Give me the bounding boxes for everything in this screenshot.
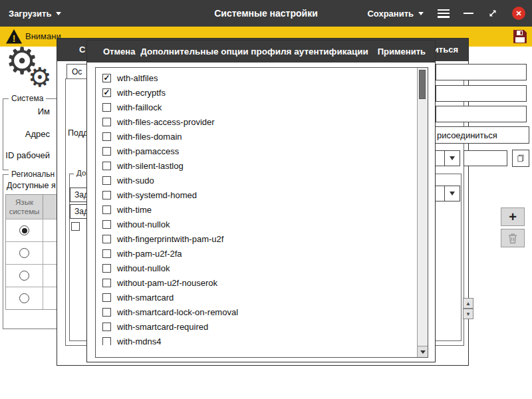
checkbox-icon[interactable] (102, 103, 111, 112)
option-row[interactable]: without-nullok (102, 217, 416, 231)
option-label: with-smartcard-required (117, 322, 208, 332)
option-row[interactable]: ✓with-ecryptfs (102, 85, 416, 100)
available-languages-label: Доступные я (7, 181, 56, 190)
checkbox-icon[interactable] (102, 308, 111, 317)
option-row[interactable]: with-sudo (102, 173, 416, 188)
copy-button[interactable] (512, 150, 529, 167)
option-label: with-fingerprintwith-pam-u2f (117, 234, 223, 244)
checkbox-icon[interactable] (102, 118, 111, 126)
option-row[interactable]: with-silent-lastlog (102, 158, 416, 173)
checkbox-icon[interactable] (102, 162, 111, 170)
option-row[interactable]: with-pam-u2f-2fa (102, 246, 416, 261)
option-row[interactable]: with-mdns4 (102, 334, 416, 345)
close-icon[interactable]: ✕ (512, 7, 525, 20)
checkbox-icon[interactable] (102, 249, 111, 258)
checkbox-icon[interactable] (102, 220, 111, 229)
dialog-checkbox[interactable] (71, 222, 80, 231)
option-label: with-ecryptfs (117, 88, 166, 98)
checkbox-icon[interactable] (102, 147, 111, 156)
checkbox-icon[interactable] (102, 293, 111, 302)
option-row[interactable]: ✓wth-altfiles (102, 70, 416, 85)
checkbox-icon[interactable] (102, 191, 111, 200)
minimize-icon[interactable] (464, 13, 473, 15)
checkbox-icon[interactable] (102, 323, 111, 331)
option-row[interactable]: with-fingerprintwith-pam-u2f (102, 231, 416, 246)
plus-icon: + (509, 209, 517, 225)
checkbox-icon[interactable] (102, 337, 111, 346)
computer-name-label: Им (3, 106, 50, 116)
maximize-icon[interactable] (487, 8, 498, 19)
menu-icon[interactable] (438, 9, 450, 18)
scroll-up-icon[interactable]: ▲ (463, 298, 473, 309)
checkbox-checked-icon[interactable]: ✓ (102, 88, 111, 97)
option-row[interactable]: with-files-domain (102, 129, 416, 144)
radio-icon[interactable] (19, 271, 29, 281)
checkbox-icon[interactable] (102, 132, 111, 141)
floppy-icon[interactable] (512, 29, 528, 45)
topbar: Загрузить Системные настройки Сохранить … (0, 0, 532, 27)
option-row[interactable]: without-nullok (102, 261, 416, 275)
language-radio-cell (6, 287, 43, 309)
option-label: wth-altfiles (117, 73, 158, 83)
option-row[interactable]: with-smartcard-required (102, 319, 416, 334)
checkbox-icon[interactable] (102, 176, 111, 185)
checkbox-icon[interactable] (102, 205, 111, 214)
option-row[interactable]: with-time (102, 202, 416, 217)
checkbox-icon[interactable] (102, 279, 111, 287)
option-label: with-files-access-provider (117, 117, 215, 127)
join-button[interactable]: рисоединиться (431, 126, 529, 144)
topbar-actions: Сохранить ✕ (367, 0, 525, 27)
radio-icon[interactable] (19, 248, 29, 258)
option-row[interactable]: without-pam-u2f-nouserok (102, 275, 416, 290)
join-button-label: рисоединиться (437, 130, 497, 140)
option-label: with-silent-lastlog (117, 161, 184, 171)
option-row[interactable]: with-smartcard-lock-on-removal (102, 305, 416, 319)
trash-icon (507, 232, 518, 244)
checkbox-icon[interactable] (102, 264, 111, 273)
option-label: without-nullok (117, 219, 170, 229)
radio-icon[interactable] (19, 293, 29, 303)
modal-option-list: ✓wth-altfiles✓with-ecryptfswith-faillock… (96, 70, 416, 345)
delete-button[interactable] (501, 229, 525, 247)
warning-text: Внимани (25, 27, 61, 47)
option-row[interactable]: with-smartcard (102, 290, 416, 305)
checkbox-checked-icon[interactable]: ✓ (102, 74, 111, 82)
connection-dialog-header-left[interactable]: С (79, 39, 85, 61)
language-radio-cell (6, 242, 43, 264)
scroll-down-icon[interactable]: ▼ (463, 309, 473, 319)
option-label: with-smartcard-lock-on-removal (117, 307, 238, 317)
scrollbar[interactable] (417, 68, 428, 357)
option-label: without-pam-u2f-nouserok (117, 278, 217, 288)
option-label: with-pam-u2f-2fa (117, 249, 182, 259)
option-label: with-faillock (117, 102, 162, 112)
option-label: with-pamaccess (117, 146, 179, 156)
chevron-down-icon (418, 12, 424, 15)
auth-options-modal: Отмена Дополнительные опции профиля ауте… (86, 40, 436, 362)
option-row[interactable]: with-systemd-homed (102, 188, 416, 202)
support-label: Подд (68, 128, 88, 138)
gear-small-icon: ⚙ (28, 64, 52, 90)
system-group-legend: Система (9, 94, 46, 103)
radio-selected-icon[interactable] (19, 225, 29, 235)
option-row[interactable]: with-faillock (102, 100, 416, 114)
workgroup-id-input[interactable] (436, 106, 527, 122)
domain-input[interactable] (464, 150, 507, 166)
option-row[interactable]: with-pamaccess (102, 144, 416, 158)
connection-dialog-header-right[interactable]: иться (434, 39, 458, 61)
modal-header: Отмена Дополнительные опции профиля ауте… (87, 41, 435, 63)
name-input[interactable] (436, 64, 527, 80)
add-button[interactable]: + (501, 207, 525, 226)
option-label: without-nullok (117, 263, 170, 273)
language-radio-cell (6, 265, 43, 287)
language-radio-cell (6, 219, 43, 241)
option-label: with-time (117, 205, 152, 215)
save-button-label: Сохранить (367, 9, 414, 19)
checkbox-icon[interactable] (102, 235, 111, 243)
chevron-down-icon (444, 151, 460, 166)
scrollbar-thumb[interactable] (419, 70, 426, 99)
option-row[interactable]: with-files-access-provider (102, 114, 416, 129)
save-button[interactable]: Сохранить (367, 9, 424, 19)
scroll-down-icon[interactable] (418, 346, 428, 357)
address-input[interactable] (436, 85, 527, 102)
apply-button[interactable]: Применить (378, 41, 426, 63)
